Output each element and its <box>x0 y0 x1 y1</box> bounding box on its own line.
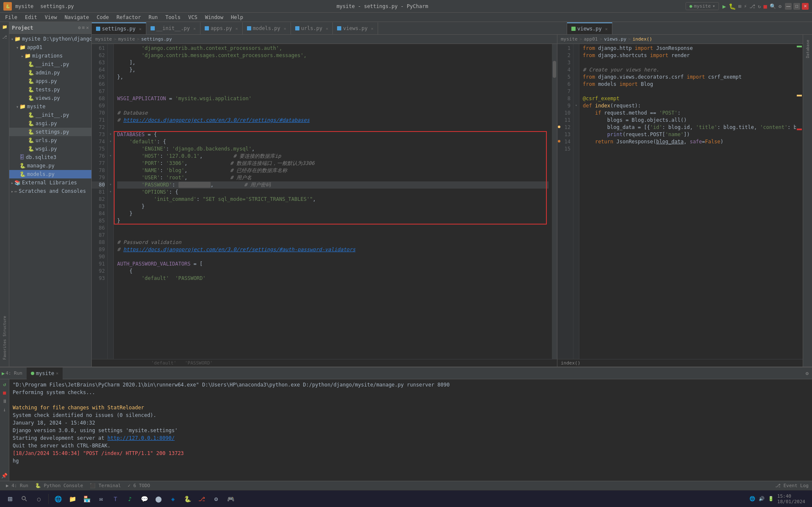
tab-close-views-left[interactable]: ✕ <box>371 26 373 31</box>
menu-run[interactable]: Run <box>145 13 161 22</box>
tab-init[interactable]: __init__.py ✕ <box>146 22 201 34</box>
run-pin-icon[interactable]: 📌 <box>1 472 8 479</box>
tab-views-left[interactable]: views.py ✕ <box>333 22 378 34</box>
stop-btn[interactable]: ■ <box>763 3 767 10</box>
sidebar-icon-structure[interactable]: Structure <box>3 316 7 337</box>
tree-asgi[interactable]: ▸ 🐍 asgi.py <box>9 119 91 128</box>
menu-file[interactable]: File <box>2 13 21 22</box>
run-restart-icon[interactable]: ↺ <box>1 381 8 388</box>
sidebar-icon-commit[interactable]: ⎇ <box>1 33 8 41</box>
taskbar-gamepad[interactable]: 🎮 <box>224 492 237 506</box>
tree-sqlite[interactable]: ▸ 🗄 db.sqlite3 <box>9 153 91 162</box>
sidebar-icon-project[interactable]: 📁 <box>1 23 8 30</box>
tree-wsgi[interactable]: ▸ 🐍 wsgi.py <box>9 145 91 153</box>
taskbar-chrome[interactable]: ⬤ <box>152 492 165 506</box>
taskbar-spotify[interactable]: ♪ <box>123 492 137 506</box>
taskbar-search[interactable] <box>18 492 31 506</box>
tab-close-urls[interactable]: ✕ <box>326 26 328 31</box>
tree-init-mysite[interactable]: ▸ 🐍 __init__.py <box>9 111 91 119</box>
server-url-link[interactable]: http://127.0.0.1:8090/ <box>107 435 175 441</box>
update-btn[interactable]: ↻ <box>758 3 761 9</box>
project-close-icon[interactable]: ✕ <box>86 25 89 30</box>
taskbar-cortana[interactable]: ○ <box>32 492 46 506</box>
tree-migrations[interactable]: ▸ 📁 migrations <box>9 52 91 60</box>
tree-manage[interactable]: ▸ 🐍 manage.py <box>9 162 91 170</box>
taskbar-start[interactable]: ⊞ <box>3 492 17 506</box>
tree-urls[interactable]: ▸ 🐍 urls.py <box>9 136 91 145</box>
tab-urls[interactable]: urls.py ✕ <box>291 22 333 34</box>
run-tab-mysite[interactable]: mysite ✕ <box>27 367 63 379</box>
sidebar-database-icon[interactable]: Database <box>806 40 810 58</box>
tab-close-views-right[interactable]: ✕ <box>605 27 608 31</box>
tab-close-settings[interactable]: ✕ <box>139 27 141 31</box>
run-pause-icon[interactable]: ⏸ <box>1 398 8 405</box>
code-area-right[interactable]: from django.http import JsonResponse fro… <box>579 44 796 359</box>
editor-content-right[interactable]: 12345 678910 1112131415 ▾ <box>557 44 803 359</box>
profile-btn[interactable]: ⚡ <box>744 3 747 9</box>
project-settings-icon[interactable]: ⚙ <box>78 25 81 30</box>
tab-apps[interactable]: apps.py ✕ <box>200 22 243 34</box>
tree-models[interactable]: ▸ 🐍 models.py <box>9 170 91 178</box>
close-button[interactable]: ✕ <box>802 3 809 10</box>
tree-scratches[interactable]: ▸ ✏ Scratches and Consoles <box>9 187 91 195</box>
tab-settings[interactable]: settings.py ✕ <box>92 22 146 34</box>
taskbar-folder[interactable]: 📁 <box>66 492 79 506</box>
bottom-tab-python-console[interactable]: 🐍 Python Console <box>33 483 85 488</box>
menu-tools[interactable]: Tools <box>162 13 184 22</box>
code-area-left[interactable]: 'django.contrib.auth.context_processors.… <box>114 44 552 359</box>
coverage-btn[interactable]: ⊞ <box>738 3 741 9</box>
tree-mysite-folder[interactable]: ▾ 📁 mysite <box>9 102 91 111</box>
editor-scrollbar-left[interactable] <box>552 44 557 359</box>
window-menu-mysite[interactable]: mysite <box>15 3 33 9</box>
tab-close-apps[interactable]: ✕ <box>236 26 238 31</box>
window-menu-file[interactable]: settings.py <box>40 3 74 9</box>
tab-models[interactable]: models.py ✕ <box>243 22 291 34</box>
window-controls[interactable]: — □ ✕ <box>785 3 809 10</box>
menu-vcs[interactable]: VCS <box>185 13 201 22</box>
tree-init-app01[interactable]: ▸ 🐍 __init__.py <box>9 60 91 69</box>
run-btn[interactable]: ▶ <box>722 3 726 10</box>
run-settings-icon[interactable]: ⚙ <box>806 370 809 376</box>
taskbar-browser[interactable]: 🌐 <box>51 492 65 506</box>
run-tab-close[interactable]: ✕ <box>56 371 58 375</box>
systray-network[interactable]: 🌐 <box>749 496 755 502</box>
systray-sound[interactable]: 🔊 <box>759 496 765 502</box>
systray-battery[interactable]: 🔋 <box>768 496 774 502</box>
project-collapse-icon[interactable]: ≡ <box>82 25 85 30</box>
menu-help[interactable]: Help <box>228 13 247 22</box>
debug-btn[interactable]: 🐛 <box>729 3 736 10</box>
tree-app01[interactable]: ▾ 📁 app01 <box>9 43 91 52</box>
taskbar-discord[interactable]: 💬 <box>137 492 151 506</box>
tree-views-app01[interactable]: ▸ 🐍 views.py <box>9 94 91 102</box>
taskbar-settings2[interactable]: ⚙ <box>209 492 223 506</box>
menu-refactor[interactable]: Refactor <box>113 13 144 22</box>
taskbar-pycharm[interactable]: 🐍 <box>181 492 194 506</box>
taskbar-git[interactable]: ⎇ <box>195 492 208 506</box>
menu-edit[interactable]: Edit <box>22 13 41 22</box>
scrollbar-thumb-left[interactable] <box>553 61 556 78</box>
menu-code[interactable]: Code <box>93 13 112 22</box>
sidebar-icon-favorites[interactable]: Favorites <box>3 339 7 360</box>
menu-navigate[interactable]: Navigate <box>61 13 93 22</box>
tree-admin[interactable]: ▸ 🐍 admin.py <box>9 69 91 77</box>
taskbar-store[interactable]: 🏪 <box>80 492 93 506</box>
run-stop-icon[interactable]: ■ <box>1 389 8 396</box>
menu-window[interactable]: Window <box>202 13 227 22</box>
tree-root[interactable]: ▾ 📁 mysite D:\python\django\mysite <box>9 35 91 43</box>
maximize-button[interactable]: □ <box>793 3 800 10</box>
taskbar-teams[interactable]: T <box>109 492 122 506</box>
bottom-tab-todo[interactable]: ✓ 6 TODO <box>125 483 153 488</box>
bottom-tab-run[interactable]: ▶ 4: Run <box>3 483 31 488</box>
menu-view[interactable]: View <box>41 13 60 22</box>
tree-apps[interactable]: ▸ 🐍 apps.py <box>9 77 91 85</box>
tree-external-libraries[interactable]: ▸ 📚 External Libraries <box>9 178 91 187</box>
profile-selector[interactable]: ● mysite ▾ <box>686 2 719 10</box>
tab-close-init[interactable]: ✕ <box>193 26 196 31</box>
taskbar-vscode[interactable]: ◈ <box>166 492 180 506</box>
run-scroll-end-icon[interactable]: ↓ <box>1 406 8 413</box>
vcs-btn[interactable]: ⎇ <box>749 3 755 9</box>
bottom-tab-terminal[interactable]: ⬛ Terminal <box>87 483 123 488</box>
settings-btn[interactable]: ⚙ <box>779 3 782 9</box>
editor-scrollbar-right[interactable] <box>796 44 803 359</box>
tree-settings[interactable]: ▸ 🐍 settings.py <box>9 128 91 136</box>
